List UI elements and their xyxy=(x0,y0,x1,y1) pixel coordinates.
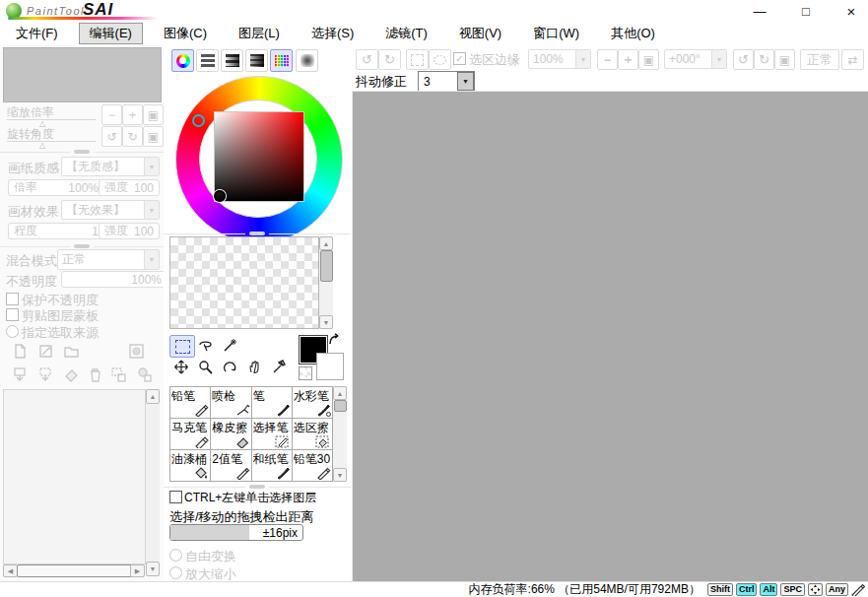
swap-colors-icon[interactable] xyxy=(328,333,342,347)
menu-layer[interactable]: 图层(L) xyxy=(228,23,291,44)
paper-texture-dropdown[interactable]: 【无质感】 ▼ xyxy=(61,157,160,176)
background-color-swatch[interactable] xyxy=(316,353,344,380)
new-lineart-layer-icon[interactable] xyxy=(37,343,54,360)
brush-binary-pen[interactable]: 2值笔 xyxy=(211,450,250,481)
magic-wand-tool[interactable] xyxy=(219,335,242,356)
drag-detect-slider[interactable]: ±16pix xyxy=(169,524,303,541)
close-button[interactable]: × xyxy=(837,2,865,20)
menu-others[interactable]: 其他(O) xyxy=(600,23,666,44)
brush-grid-scrollbar[interactable]: ▲ ▼ xyxy=(333,386,347,482)
free-transform-radio[interactable] xyxy=(169,549,182,562)
brush-marker[interactable]: 马克笔 xyxy=(170,419,210,449)
menu-image[interactable]: 图像(C) xyxy=(153,23,218,44)
hue-marker[interactable] xyxy=(192,114,205,127)
texture-scale-slider[interactable]: 倍率100% xyxy=(8,179,104,196)
rotation-angle-dropdown[interactable]: +000° ▼ xyxy=(664,49,727,69)
scroll-down-icon[interactable]: ▼ xyxy=(146,562,160,576)
brush-paper-pen[interactable]: 和纸笔 xyxy=(252,450,292,481)
mask-add-icon[interactable] xyxy=(136,366,153,383)
rotate-ccw-button[interactable]: ↺ xyxy=(101,126,122,147)
scale-transform-radio[interactable] xyxy=(169,566,182,579)
ctrl-key-indicator[interactable]: Ctrl xyxy=(736,583,758,596)
swatches-panel-icon[interactable] xyxy=(270,49,293,72)
scratchpad-canvas[interactable] xyxy=(169,236,319,329)
scratchpad-panel-icon[interactable] xyxy=(296,49,318,72)
scroll-up-icon[interactable]: ▲ xyxy=(319,236,333,250)
scrollbar-thumb[interactable] xyxy=(17,564,132,577)
menu-view[interactable]: 视图(V) xyxy=(448,23,512,44)
divider-handle[interactable] xyxy=(249,485,265,489)
transparent-color-swatch[interactable] xyxy=(299,366,312,380)
layer-mask-icon[interactable] xyxy=(128,343,145,360)
empty-tool-slot[interactable] xyxy=(268,335,292,356)
rotate-reset-button[interactable]: ▣ xyxy=(774,49,795,70)
menu-file[interactable]: 文件(F) xyxy=(5,23,69,44)
chevron-down-icon[interactable]: ▼ xyxy=(144,250,159,269)
redo-button[interactable]: ↻ xyxy=(378,49,401,70)
rotate-reset-button[interactable]: ▣ xyxy=(143,126,164,147)
scroll-left-icon[interactable]: ◀ xyxy=(3,564,18,577)
minimize-button[interactable]: — xyxy=(746,2,773,20)
clear-layer-icon[interactable] xyxy=(63,366,80,383)
rotate-view-tool[interactable] xyxy=(219,357,242,377)
selection-edge-checkbox[interactable]: ✓ xyxy=(453,52,466,65)
space-key-indicator[interactable]: SPC xyxy=(780,583,805,596)
deselect-button[interactable] xyxy=(406,49,429,70)
brush-pen[interactable]: 笔 xyxy=(252,387,292,418)
selection-source-radio[interactable] xyxy=(6,325,19,338)
hsv-slider-panel-icon[interactable] xyxy=(221,49,243,72)
pan-mode-indicator[interactable] xyxy=(808,583,823,596)
flip-view-button[interactable]: ⇄ xyxy=(841,49,864,70)
rotation-slider-handle[interactable]: △ xyxy=(39,142,45,150)
rotate-cw-button[interactable]: ↻ xyxy=(754,49,774,70)
shift-key-indicator[interactable]: Shift xyxy=(707,583,733,596)
view-blend-mode-button[interactable]: 正常 xyxy=(800,49,839,70)
scroll-up-icon[interactable]: ▲ xyxy=(333,386,347,400)
rect-select-tool[interactable] xyxy=(169,335,195,358)
new-layer-icon[interactable] xyxy=(12,343,29,360)
zoom-reset-button[interactable]: ▣ xyxy=(638,49,659,70)
any-key-indicator[interactable]: Any xyxy=(826,583,848,596)
scrollbar-thumb[interactable] xyxy=(320,250,333,282)
navigator-preview[interactable] xyxy=(3,47,162,102)
transfer-down-icon[interactable] xyxy=(12,366,29,383)
chevron-down-icon[interactable]: ▼ xyxy=(575,50,590,68)
blend-mode-dropdown[interactable]: 正常 ▼ xyxy=(57,249,160,270)
hand-tool[interactable] xyxy=(243,357,267,377)
merge-copy-icon[interactable] xyxy=(110,366,127,383)
scrollbar-thumb[interactable] xyxy=(334,400,347,412)
zoom-out-button[interactable]: − xyxy=(101,104,122,125)
alt-key-indicator[interactable]: Alt xyxy=(760,583,777,596)
scroll-up-icon[interactable]: ▲ xyxy=(146,389,160,404)
chevron-down-icon[interactable]: ▼ xyxy=(457,72,474,91)
brush-bucket[interactable]: 油漆桶 xyxy=(170,450,210,481)
layers-list[interactable] xyxy=(3,389,146,564)
zoom-out-button[interactable]: − xyxy=(597,49,618,70)
color-wheel-panel-icon[interactable] xyxy=(171,49,194,72)
effect-strength-slider[interactable]: 强度100 xyxy=(99,223,160,239)
color-mixer-panel-icon[interactable] xyxy=(245,49,268,72)
invert-selection-button[interactable] xyxy=(429,49,451,70)
lasso-tool[interactable] xyxy=(194,335,218,356)
navigator-zoom-slider[interactable] xyxy=(7,119,96,120)
layers-horizontal-scrollbar[interactable]: ◀ ▶ xyxy=(3,564,145,577)
divider-handle[interactable] xyxy=(74,244,90,248)
scratchpad-scrollbar[interactable]: ▲ ▼ xyxy=(319,236,333,329)
layers-vertical-scrollbar[interactable]: ▲ ▼ xyxy=(146,389,160,576)
menu-filter[interactable]: 滤镜(T) xyxy=(374,23,438,44)
delete-layer-icon[interactable] xyxy=(87,366,103,383)
eyedropper-tool[interactable] xyxy=(268,357,292,377)
new-folder-icon[interactable] xyxy=(63,343,80,360)
brush-watercolor[interactable]: 水彩笔 xyxy=(293,387,332,418)
move-tool[interactable] xyxy=(169,357,193,377)
zoom-tool[interactable] xyxy=(194,357,218,377)
rotate-ccw-button[interactable]: ↺ xyxy=(733,49,754,70)
clipping-mask-checkbox[interactable] xyxy=(6,308,19,321)
brush-select-pen[interactable]: 选择笔 xyxy=(252,419,292,449)
ctrl-pick-layer-checkbox[interactable] xyxy=(169,491,182,503)
zoom-in-button[interactable]: ＋ xyxy=(122,104,143,125)
menu-window[interactable]: 窗口(W) xyxy=(522,23,590,44)
brush-eraser[interactable]: 橡皮擦 xyxy=(211,419,250,449)
rgb-slider-panel-icon[interactable] xyxy=(196,49,219,72)
scroll-down-icon[interactable]: ▼ xyxy=(319,315,333,329)
